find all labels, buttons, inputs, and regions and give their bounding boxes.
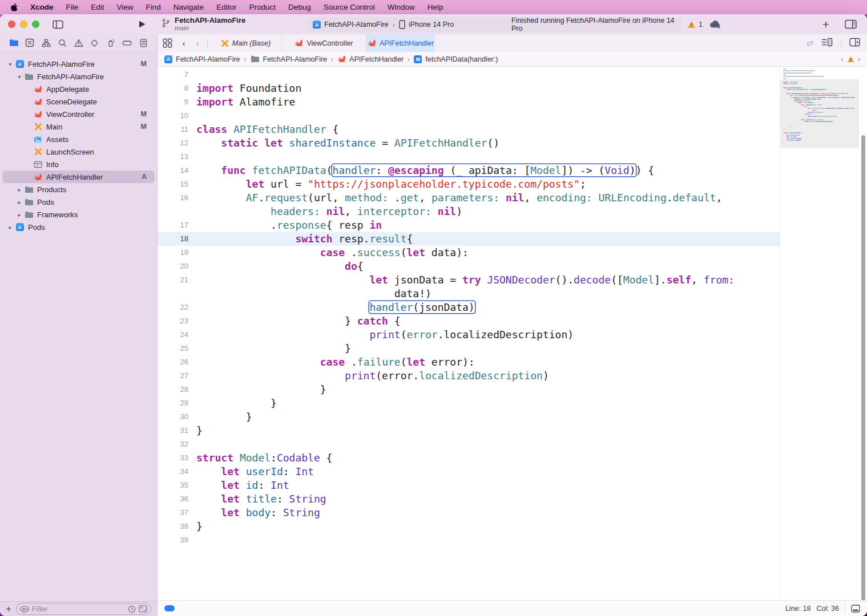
code-line-36[interactable]: 36 let title: String bbox=[158, 492, 780, 506]
close-window-button[interactable] bbox=[8, 21, 15, 28]
tab-viewcontroller[interactable]: ViewController bbox=[282, 34, 366, 52]
zoom-window-button[interactable] bbox=[32, 21, 39, 28]
menu-editor[interactable]: Editor bbox=[210, 0, 243, 14]
issue-warning-icon[interactable] bbox=[847, 56, 854, 63]
file-row-pods[interactable]: ▸Pods bbox=[2, 196, 155, 208]
code-line-24[interactable]: 24 print(error.localizedDescription) bbox=[158, 328, 780, 342]
run-button[interactable] bbox=[135, 14, 150, 34]
source-control-navigator-icon[interactable] bbox=[23, 35, 36, 50]
code-line-29[interactable]: 29 } bbox=[158, 396, 780, 410]
add-file-button[interactable]: + bbox=[6, 603, 11, 615]
file-row-fetchapi-alamofire[interactable]: ▾AFetchAPI-AlamoFireM bbox=[2, 58, 155, 70]
file-row-scenedelegate[interactable]: SceneDelegate bbox=[2, 95, 155, 108]
menu-edit[interactable]: Edit bbox=[84, 0, 110, 14]
file-row-assets[interactable]: Assets bbox=[2, 133, 155, 145]
reports-navigator-icon[interactable] bbox=[137, 35, 150, 50]
code-line-9[interactable]: 9import Alamofire bbox=[158, 95, 780, 109]
symbols-navigator-icon[interactable] bbox=[40, 35, 53, 50]
previous-issue-icon[interactable]: ‹ bbox=[841, 55, 843, 63]
file-row-viewcontroller[interactable]: ViewControllerM bbox=[2, 108, 155, 120]
tab-main-base-[interactable]: Main (Base) bbox=[210, 34, 282, 52]
file-row-pods[interactable]: ▸APods bbox=[2, 221, 155, 233]
tab-apifetchhandler[interactable]: APIFetchHandler bbox=[366, 34, 435, 52]
code-line-23[interactable]: 23 } catch { bbox=[158, 314, 780, 328]
minimap[interactable] bbox=[780, 67, 859, 600]
related-items-icon[interactable] bbox=[158, 34, 177, 52]
filter-field[interactable]: Filter bbox=[16, 603, 151, 615]
code-line-25[interactable]: 25 } bbox=[158, 342, 780, 355]
code-line-12[interactable]: 12 static let sharedInstance = APIFetchH… bbox=[158, 136, 780, 150]
menu-source-control[interactable]: Source Control bbox=[317, 0, 381, 14]
code-line-30[interactable]: 30 } bbox=[158, 410, 780, 424]
editor-options-icon[interactable] bbox=[821, 38, 833, 49]
add-tab-button[interactable]: + bbox=[818, 14, 833, 34]
code-line-13[interactable]: 13 bbox=[158, 150, 780, 164]
file-row-launchscreen[interactable]: LaunchScreen bbox=[2, 145, 155, 158]
code-line-31[interactable]: 31} bbox=[158, 424, 780, 437]
code-line-32[interactable]: 32 bbox=[158, 437, 780, 451]
code-line-39[interactable]: 39 bbox=[158, 533, 780, 547]
breadcrumb-apifetchhandler[interactable]: APIFetchHandler bbox=[337, 55, 404, 63]
breadcrumb-fetchapi-alamofire[interactable]: FetchAPI-AlamoFire bbox=[251, 55, 328, 63]
disclosure-triangle[interactable]: ▾ bbox=[6, 61, 15, 67]
code-line-27[interactable]: 27 print(error.localizedDescription) bbox=[158, 369, 780, 383]
file-row-products[interactable]: ▸Products bbox=[2, 183, 155, 196]
code-line-34[interactable]: 34 let userId: Int bbox=[158, 465, 780, 479]
minimized-editor-icon[interactable] bbox=[851, 605, 860, 613]
file-row-main[interactable]: MainM bbox=[2, 120, 155, 133]
menu-find[interactable]: Find bbox=[140, 0, 167, 14]
warning-indicator[interactable]: 1 bbox=[687, 17, 703, 32]
tests-navigator-icon[interactable] bbox=[88, 35, 101, 50]
disclosure-triangle[interactable]: ▸ bbox=[6, 224, 15, 230]
breakpoints-navigator-icon[interactable] bbox=[121, 35, 134, 50]
file-row-info[interactable]: Info bbox=[2, 158, 155, 171]
code-line-18[interactable]: 18 switch resp.result{ bbox=[158, 232, 780, 246]
code-line-28[interactable]: 28 } bbox=[158, 383, 780, 396]
disclosure-triangle[interactable]: ▸ bbox=[15, 199, 24, 205]
activity-status[interactable]: Finished running FetchAPI-AlamoFire on i… bbox=[511, 17, 681, 32]
code-line-16[interactable]: 16 AF.request(url, method: .get, paramet… bbox=[158, 191, 780, 205]
menu-xcode[interactable]: Xcode bbox=[24, 0, 60, 14]
apple-menu-icon[interactable] bbox=[3, 3, 24, 12]
toggle-navigator-icon[interactable] bbox=[50, 14, 65, 34]
scm-status-filter-icon[interactable] bbox=[139, 605, 147, 613]
scheme-selector[interactable]: A FetchAPI-AlamoFire › iPhone 14 Pro bbox=[307, 17, 519, 32]
search-navigator-icon[interactable] bbox=[56, 35, 68, 50]
disclosure-triangle[interactable]: ▸ bbox=[15, 212, 24, 218]
file-row-appdelegate[interactable]: AppDelegate bbox=[2, 83, 155, 95]
code-line-19[interactable]: 19 case .success(let data): bbox=[158, 246, 780, 260]
disclosure-triangle[interactable]: ▸ bbox=[15, 187, 24, 193]
editor-scrollbar[interactable] bbox=[861, 135, 865, 600]
menu-window[interactable]: Window bbox=[381, 0, 421, 14]
recent-files-clock-icon[interactable] bbox=[128, 605, 136, 613]
breadcrumb-fetchapi-alamofire[interactable]: AFetchAPI-AlamoFire bbox=[164, 55, 240, 63]
code-line-17[interactable]: 17 .response{ resp in bbox=[158, 218, 780, 232]
add-editor-icon[interactable] bbox=[849, 38, 860, 49]
code-line-15[interactable]: 15 let url = "https://jsonplaceholder.ty… bbox=[158, 177, 780, 191]
code-line-21[interactable]: 21 let jsonData = try JSONDecoder().deco… bbox=[158, 273, 780, 287]
code-line-wrap[interactable]: data!) bbox=[158, 287, 780, 301]
menu-product[interactable]: Product bbox=[243, 0, 282, 14]
file-row-fetchapi-alamofire[interactable]: ▾FetchAPI-AlamoFire bbox=[2, 70, 155, 83]
next-issue-icon[interactable]: › bbox=[858, 55, 860, 63]
code-line-26[interactable]: 26 case .failure(let error): bbox=[158, 355, 780, 369]
go-forward-icon[interactable]: › bbox=[191, 34, 204, 52]
menu-debug[interactable]: Debug bbox=[282, 0, 317, 14]
menu-file[interactable]: File bbox=[60, 0, 85, 14]
menu-view[interactable]: View bbox=[111, 0, 140, 14]
code-line-11[interactable]: 11class APIFetchHandler { bbox=[158, 123, 780, 136]
breadcrumb-fetchapidata-handler-[interactable]: MfetchAPIData(handler:) bbox=[414, 55, 498, 63]
minimize-window-button[interactable] bbox=[20, 21, 27, 28]
code-line-22[interactable]: 22 handler(jsonData) bbox=[158, 301, 780, 314]
issues-navigator-icon[interactable] bbox=[72, 35, 85, 50]
code-line-10[interactable]: 10 bbox=[158, 109, 780, 123]
menu-navigate[interactable]: Navigate bbox=[167, 0, 210, 14]
code-line-8[interactable]: 8import Foundation bbox=[158, 82, 780, 95]
code-review-icon[interactable]: ⇄ bbox=[806, 38, 813, 48]
code-line-33[interactable]: 33struct Model:Codable { bbox=[158, 451, 780, 465]
code-line-35[interactable]: 35 let id: Int bbox=[158, 479, 780, 492]
code-line-7[interactable]: 7 bbox=[158, 68, 780, 82]
file-row-frameworks[interactable]: ▸Frameworks bbox=[2, 208, 155, 221]
code-line-wrap[interactable]: headers: nil, interceptor: nil) bbox=[158, 205, 780, 218]
project-navigator-icon[interactable] bbox=[7, 35, 20, 50]
